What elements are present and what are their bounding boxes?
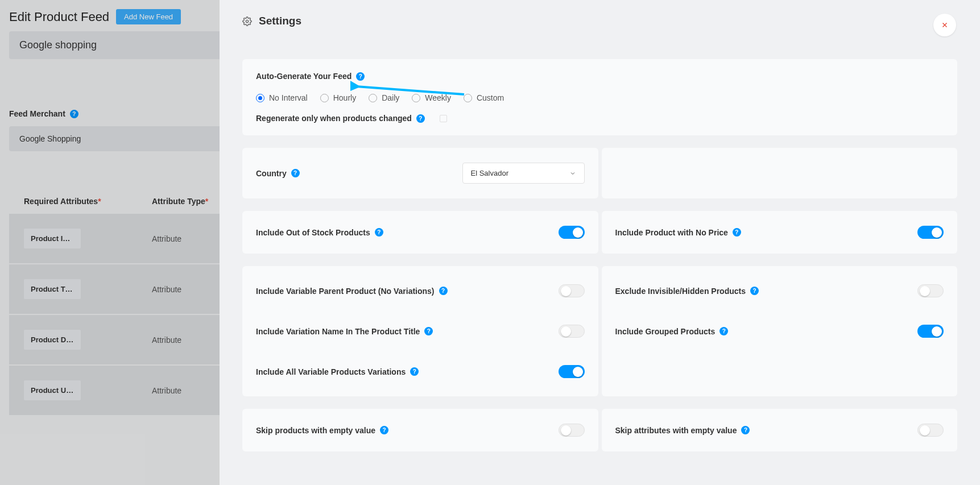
help-icon[interactable]: ?: [733, 228, 741, 237]
radio-daily[interactable]: Daily: [369, 93, 399, 102]
grouped-products-toggle[interactable]: [917, 325, 944, 338]
help-icon[interactable]: ?: [356, 72, 365, 81]
attribute-type-value: Attribute: [152, 285, 181, 294]
toggle-knob: [573, 367, 583, 377]
stock-price-row: Include Out of Stock Products ? Include …: [242, 211, 957, 254]
no-price-toggle[interactable]: [917, 226, 944, 239]
skip-empty-row: Skip products with empty value ? Skip at…: [242, 409, 957, 451]
out-of-stock-toggle[interactable]: [559, 226, 585, 239]
interval-radio-group: No Interval Hourly Daily Weekly Custom: [256, 93, 944, 102]
out-of-stock-label: Include Out of Stock Products ?: [256, 228, 383, 237]
country-card: Country ? El Salvador: [242, 148, 598, 198]
required-star: *: [205, 197, 208, 206]
grouped-products-row: Include Grouped Products ?: [615, 311, 944, 351]
close-button[interactable]: [933, 14, 956, 36]
all-variations-row: Include All Variable Products Variations…: [256, 351, 585, 392]
help-icon[interactable]: ?: [380, 426, 388, 434]
country-row: Country ? El Salvador: [242, 148, 957, 198]
grouped-products-label: Include Grouped Products ?: [615, 327, 729, 336]
help-icon[interactable]: ?: [410, 367, 419, 376]
variable-parent-toggle[interactable]: [559, 284, 585, 297]
radio-weekly[interactable]: Weekly: [412, 93, 451, 102]
toggle-knob: [561, 425, 571, 436]
skip-products-toggle[interactable]: [559, 424, 585, 437]
help-icon[interactable]: ?: [741, 426, 750, 434]
regenerate-label: Regenerate only when products changed ?: [256, 114, 425, 123]
empty-card: [602, 148, 958, 198]
attribute-type-header: Attribute Type*: [152, 197, 208, 206]
variation-name-label: Include Variation Name In The Product Ti…: [256, 327, 433, 336]
help-icon[interactable]: ?: [70, 110, 78, 118]
toggle-knob: [920, 286, 930, 296]
help-icon[interactable]: ?: [424, 327, 433, 335]
help-icon[interactable]: ?: [439, 287, 448, 295]
variable-right-card: Exclude Invisible/Hidden Products ? Incl…: [602, 266, 958, 396]
attribute-tag[interactable]: Product Desc…: [24, 330, 81, 350]
radio-circle: [256, 94, 264, 102]
country-label: Country ?: [256, 169, 300, 178]
attribute-type-value: Attribute: [152, 234, 181, 243]
help-icon[interactable]: ?: [375, 228, 383, 237]
skip-attributes-toggle[interactable]: [917, 424, 944, 437]
help-icon[interactable]: ?: [416, 114, 425, 123]
attribute-tag[interactable]: Product Id [id]: [24, 229, 81, 248]
page-title: Edit Product Feed: [9, 10, 109, 24]
country-select[interactable]: El Salvador: [462, 163, 585, 184]
add-new-feed-button[interactable]: Add New Feed: [116, 9, 181, 24]
no-price-card: Include Product with No Price ?: [602, 211, 958, 254]
radio-circle: [369, 94, 377, 102]
variable-parent-label: Include Variable Parent Product (No Vari…: [256, 287, 448, 296]
settings-title: Settings: [259, 15, 301, 27]
auto-generate-label: Auto-Generate Your Feed ?: [256, 72, 944, 81]
skip-attributes-card: Skip attributes with empty value ?: [602, 409, 958, 451]
radio-circle: [464, 94, 472, 102]
feed-merchant-text: Feed Merchant: [9, 109, 65, 118]
variable-parent-row: Include Variable Parent Product (No Vari…: [256, 271, 585, 311]
country-value: El Salvador: [471, 169, 508, 177]
toggle-knob: [561, 326, 571, 337]
attribute-tag[interactable]: Product Title …: [24, 279, 81, 299]
radio-circle: [412, 94, 420, 102]
toggle-knob: [932, 326, 942, 337]
attribute-type-value: Attribute: [152, 335, 181, 345]
toggle-knob: [573, 227, 583, 238]
gear-icon: [242, 16, 252, 26]
required-star: *: [98, 197, 101, 206]
skip-attributes-label: Skip attributes with empty value ?: [615, 426, 750, 435]
radio-circle: [320, 94, 329, 102]
merchant-value: Google Shopping: [19, 134, 81, 143]
exclude-invisible-label: Exclude Invisible/Hidden Products ?: [615, 287, 759, 296]
all-variations-label: Include All Variable Products Variations…: [256, 367, 419, 376]
variation-name-toggle[interactable]: [559, 325, 585, 338]
out-of-stock-card: Include Out of Stock Products ?: [242, 211, 598, 254]
svg-point-0: [246, 20, 248, 22]
auto-generate-card: Auto-Generate Your Feed ? No Interval Ho…: [242, 59, 957, 135]
toggle-knob: [920, 425, 930, 436]
radio-custom[interactable]: Custom: [464, 93, 504, 102]
help-icon[interactable]: ?: [750, 287, 759, 295]
close-icon: [941, 21, 949, 29]
help-icon[interactable]: ?: [720, 327, 728, 335]
variation-name-row: Include Variation Name In The Product Ti…: [256, 311, 585, 351]
all-variations-toggle[interactable]: [559, 365, 585, 378]
settings-panel-header: Settings: [242, 15, 957, 27]
toggle-knob: [561, 286, 571, 296]
variable-left-card: Include Variable Parent Product (No Vari…: [242, 266, 598, 396]
regenerate-row: Regenerate only when products changed ?: [256, 114, 944, 123]
no-price-label: Include Product with No Price ?: [615, 228, 741, 237]
required-attributes-header: Required Attributes*: [24, 197, 152, 206]
radio-no-interval[interactable]: No Interval: [256, 93, 308, 102]
radio-hourly[interactable]: Hourly: [320, 93, 356, 102]
exclude-invisible-row: Exclude Invisible/Hidden Products ?: [615, 271, 944, 311]
help-icon[interactable]: ?: [291, 169, 300, 177]
attribute-tag[interactable]: Product URL …: [24, 380, 81, 400]
toggle-knob: [932, 227, 942, 238]
attribute-type-value: Attribute: [152, 386, 181, 395]
skip-products-card: Skip products with empty value ?: [242, 409, 598, 451]
regenerate-checkbox[interactable]: [440, 115, 447, 122]
exclude-invisible-toggle[interactable]: [917, 284, 944, 297]
skip-products-label: Skip products with empty value ?: [256, 426, 388, 435]
chevron-down-icon: [569, 170, 576, 177]
variable-products-row: Include Variable Parent Product (No Vari…: [242, 266, 957, 396]
settings-panel: Settings Auto-Generate Your Feed ? No In…: [220, 0, 980, 485]
